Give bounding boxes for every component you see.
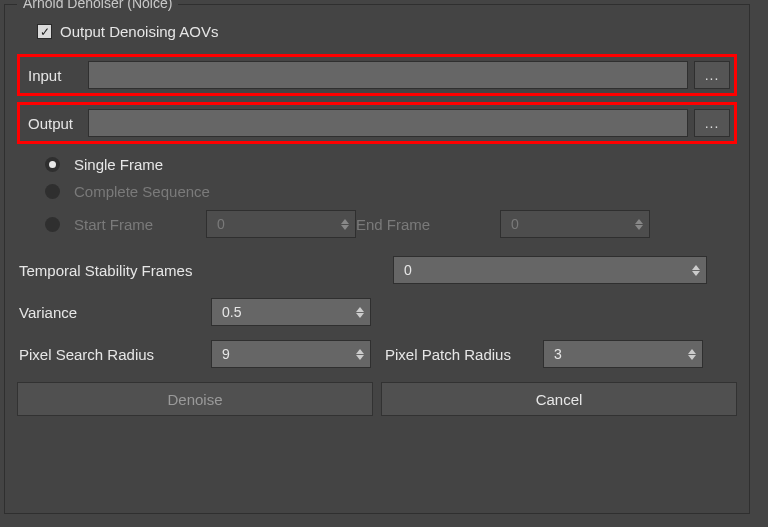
mode-radio-group: Single Frame Complete Sequence Start Fra… (45, 156, 737, 238)
radius-row: Pixel Search Radius 9 Pixel Patch Radius… (19, 340, 737, 368)
radio-icon (45, 157, 60, 172)
ellipsis-icon: ... (705, 115, 720, 131)
temporal-row: Temporal Stability Frames 0 (19, 256, 737, 284)
radio-icon (45, 184, 60, 199)
cancel-button-label: Cancel (536, 391, 583, 408)
variance-row: Variance 0.5 (19, 298, 737, 326)
svg-marker-1 (341, 225, 349, 230)
svg-marker-11 (688, 355, 696, 360)
svg-marker-6 (356, 307, 364, 312)
arnold-denoiser-panel: Arnold Denoiser (Noice) ✓ Output Denoisi… (4, 4, 750, 514)
end-frame-label: End Frame (356, 216, 500, 233)
stepper-arrows-icon (356, 349, 364, 360)
svg-marker-5 (692, 271, 700, 276)
patch-radius-stepper[interactable]: 3 (543, 340, 703, 368)
stepper-arrows-icon (635, 219, 643, 230)
denoise-button-label: Denoise (167, 391, 222, 408)
start-frame-stepper: 0 (206, 210, 356, 238)
output-file-row: Output ... (17, 102, 737, 144)
ellipsis-icon: ... (705, 67, 720, 83)
input-label: Input (24, 67, 82, 84)
search-radius-value: 9 (222, 346, 230, 362)
panel-title: Arnold Denoiser (Noice) (17, 0, 178, 11)
svg-marker-8 (356, 349, 364, 354)
svg-marker-4 (692, 265, 700, 270)
checkmark-icon: ✓ (37, 24, 52, 39)
end-frame-value: 0 (511, 216, 519, 232)
input-browse-button[interactable]: ... (694, 61, 730, 89)
temporal-value: 0 (404, 262, 412, 278)
input-field[interactable] (88, 61, 688, 89)
start-frame-label: Start Frame (74, 216, 206, 233)
output-aovs-label: Output Denoising AOVs (60, 23, 218, 40)
output-label: Output (24, 115, 82, 132)
variance-value: 0.5 (222, 304, 241, 320)
patch-radius-label: Pixel Patch Radius (385, 346, 543, 363)
variance-stepper[interactable]: 0.5 (211, 298, 371, 326)
stepper-arrows-icon (692, 265, 700, 276)
denoise-button[interactable]: Denoise (17, 382, 373, 416)
search-radius-stepper[interactable]: 9 (211, 340, 371, 368)
cancel-button[interactable]: Cancel (381, 382, 737, 416)
single-frame-label: Single Frame (74, 156, 163, 173)
output-browse-button[interactable]: ... (694, 109, 730, 137)
output-aovs-checkbox-row[interactable]: ✓ Output Denoising AOVs (37, 23, 737, 40)
svg-marker-9 (356, 355, 364, 360)
frame-range-radio: Start Frame 0 End Frame 0 (45, 210, 737, 238)
output-field[interactable] (88, 109, 688, 137)
svg-marker-2 (635, 219, 643, 224)
complete-sequence-label: Complete Sequence (74, 183, 210, 200)
svg-marker-0 (341, 219, 349, 224)
radio-icon (45, 217, 60, 232)
temporal-label: Temporal Stability Frames (19, 262, 393, 279)
start-frame-value: 0 (217, 216, 225, 232)
input-file-row: Input ... (17, 54, 737, 96)
svg-marker-3 (635, 225, 643, 230)
stepper-arrows-icon (356, 307, 364, 318)
end-frame-stepper: 0 (500, 210, 650, 238)
variance-label: Variance (19, 304, 211, 321)
temporal-stepper[interactable]: 0 (393, 256, 707, 284)
patch-radius-value: 3 (554, 346, 562, 362)
stepper-arrows-icon (688, 349, 696, 360)
svg-marker-10 (688, 349, 696, 354)
stepper-arrows-icon (341, 219, 349, 230)
single-frame-radio[interactable]: Single Frame (45, 156, 737, 173)
button-row: Denoise Cancel (17, 382, 737, 416)
complete-sequence-radio[interactable]: Complete Sequence (45, 183, 737, 200)
svg-marker-7 (356, 313, 364, 318)
search-radius-label: Pixel Search Radius (19, 346, 211, 363)
